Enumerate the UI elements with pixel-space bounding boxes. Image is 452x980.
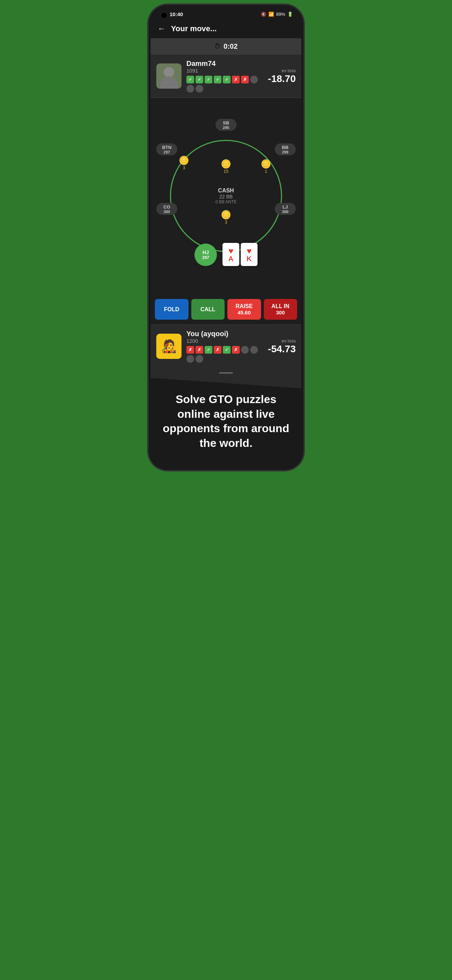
bottom-ev-label: ev loss (268, 338, 296, 344)
badge-7: ✗ (241, 76, 249, 83)
call-button[interactable]: CALL (191, 299, 225, 320)
pos-bb: BB 299 (275, 143, 296, 155)
bottom-player-info: You (ayqooi) 1200 ✗ ✗ ✓ ✗ ✓ ✗ (186, 330, 263, 363)
status-bar: 10:40 🔇 📶 89% 🔋 (151, 7, 301, 19)
bot-badge-5: ✓ (223, 346, 231, 354)
top-player-avatar (156, 64, 181, 89)
app-header: ← Your move... (151, 19, 301, 38)
bot-badge-1: ✗ (186, 346, 194, 354)
timer-value: 0:02 (224, 42, 237, 51)
back-button[interactable]: ← (158, 24, 166, 33)
badge-1: ✓ (186, 76, 194, 83)
battery-icon: 🔋 (287, 11, 293, 17)
allin-button[interactable]: ALL IN 300 (264, 299, 298, 320)
cash-bb: 22 BB (215, 194, 237, 199)
top-player-card: Damm74 1091 ✓ ✓ ✓ ✓ ✓ ✗ ✗ ev loss -18.70 (151, 55, 301, 98)
bot-badge-7 (241, 346, 249, 354)
bot-badge-3: ✓ (205, 346, 212, 354)
pos-btn: BTN 297 (156, 143, 177, 155)
bottom-ev-value: -54.73 (268, 344, 296, 355)
bottom-player-name: You (ayqooi) (186, 330, 263, 338)
bottom-player-ev: ev loss -54.73 (268, 338, 296, 355)
top-ev-label: ev loss (268, 68, 296, 73)
raise-button[interactable]: RAISE 45.60 (228, 299, 261, 320)
bot-badge-9 (186, 355, 194, 363)
promo-text: Solve GTO puzzles online against live op… (161, 392, 291, 450)
top-ev-value: -18.70 (268, 73, 296, 84)
bot-badge-10 (196, 355, 203, 363)
game-table: CASH 22 BB 0 BB ANTE SB 285 BB 299 BTN 2… (151, 98, 301, 294)
action-buttons: FOLD CALL RAISE 45.60 ALL IN 300 (151, 294, 301, 325)
bot-badge-4: ✗ (214, 346, 221, 354)
allin-label: ALL IN (272, 303, 290, 310)
bottom-player-avatar: 🧑‍🎤 (156, 334, 181, 359)
timer-bar: ⏱ 0:02 (151, 38, 301, 55)
raise-amount: 45.60 (237, 310, 251, 315)
badge-8 (250, 76, 258, 83)
badge-3: ✓ (205, 76, 212, 83)
badge-9 (186, 85, 194, 92)
header-title: Your move... (171, 24, 216, 33)
btn-coin: 🪙 3 (179, 156, 189, 170)
card-ace-hearts: ♥ A (223, 243, 239, 266)
bot-badge-6: ✗ (232, 346, 240, 354)
phone-frame: 10:40 🔇 📶 89% 🔋 ← Your move... ⏱ 0:02 Da… (151, 7, 301, 468)
allin-amount: 300 (276, 310, 285, 315)
badge-10 (196, 85, 203, 92)
cash-ante: 0 BB ANTE (215, 199, 237, 204)
timer-icon: ⏱ (215, 43, 221, 50)
pos-sb: SB 285 (215, 119, 237, 131)
badge-5: ✓ (223, 76, 231, 83)
bottom-player-score: 1200 (186, 338, 263, 344)
badge-4: ✓ (214, 76, 221, 83)
top-player-score: 1091 (186, 68, 263, 73)
bot-badge-8 (250, 346, 258, 354)
raise-label: RAISE (236, 303, 253, 310)
status-icons: 🔇 📶 89% 🔋 (261, 11, 293, 17)
pos-hj-container: HJ 297 (194, 243, 217, 266)
battery-text: 89% (276, 11, 285, 17)
card-king-hearts: ♥ K (241, 243, 258, 266)
center-coin: 🪙 15 (221, 159, 231, 174)
bb-coin: 🪙 1 (261, 159, 271, 174)
top-player-ev: ev loss -18.70 (268, 68, 296, 84)
hole-cards: ♥ A ♥ K (223, 243, 258, 266)
badge-2: ✓ (196, 76, 203, 83)
cash-label: CASH (215, 188, 237, 194)
swipe-handle (151, 368, 301, 378)
top-player-name: Damm74 (186, 60, 263, 68)
top-player-info: Damm74 1091 ✓ ✓ ✓ ✓ ✓ ✗ ✗ (186, 60, 263, 92)
pos-hj: HJ 297 (194, 243, 217, 266)
hj-coin: 🪙 3 (221, 210, 231, 225)
badge-6: ✗ (232, 76, 240, 83)
promo-area: Solve GTO puzzles online against live op… (151, 378, 301, 468)
fold-button[interactable]: FOLD (155, 299, 188, 320)
handle-bar (219, 372, 233, 374)
bottom-player-badges: ✗ ✗ ✓ ✗ ✓ ✗ (186, 346, 263, 363)
top-player-badges: ✓ ✓ ✓ ✓ ✓ ✗ ✗ (186, 76, 263, 92)
table-center: CASH 22 BB 0 BB ANTE (215, 188, 237, 204)
mute-icon: 🔇 (261, 11, 266, 17)
bot-badge-2: ✗ (196, 346, 203, 354)
camera-hole (161, 12, 167, 19)
wifi-icon: 📶 (268, 11, 274, 17)
bottom-player-card: 🧑‍🎤 You (ayqooi) 1200 ✗ ✗ ✓ ✗ ✓ ✗ (151, 325, 301, 368)
pos-co: CO 300 (156, 203, 177, 215)
pos-lj: LJ 300 (275, 203, 296, 215)
